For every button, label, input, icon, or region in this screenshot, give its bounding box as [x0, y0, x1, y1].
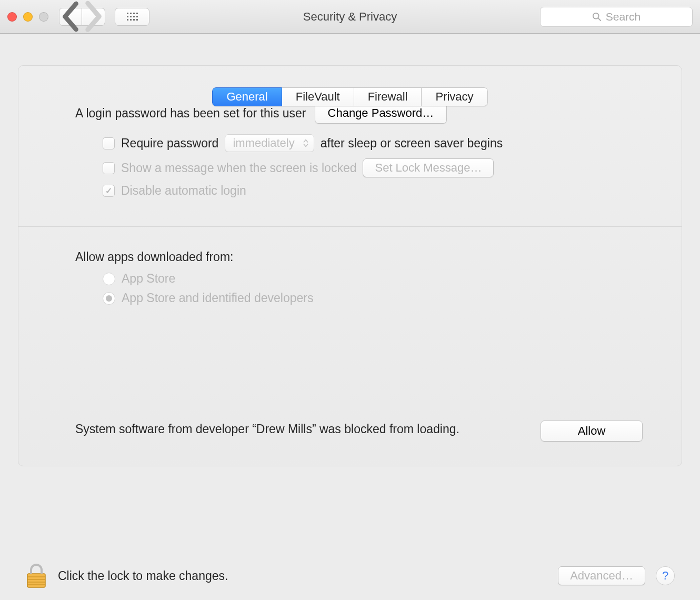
radio-app-store: [103, 273, 115, 285]
forward-button: [82, 8, 105, 26]
svg-rect-8: [127, 19, 128, 21]
general-panel: A login password has been set for this u…: [18, 65, 682, 466]
divider: [18, 226, 682, 227]
zoom-window-button: [39, 12, 48, 22]
nav-buttons: [59, 8, 105, 26]
require-password-label: Require password: [121, 136, 218, 151]
close-window-button[interactable]: [7, 12, 17, 22]
search-placeholder: Search: [606, 11, 641, 23]
chevron-right-icon: [82, 0, 105, 34]
search-field[interactable]: Search: [540, 7, 693, 27]
svg-rect-1: [130, 13, 132, 14]
svg-rect-0: [127, 13, 128, 14]
allow-button[interactable]: Allow: [541, 421, 643, 442]
show-lock-message-label: Show a message when the screen is locked: [121, 161, 356, 175]
radio-app-store-label: App Store: [122, 272, 175, 286]
svg-point-12: [593, 13, 599, 18]
svg-rect-5: [130, 16, 132, 17]
svg-rect-10: [133, 19, 135, 21]
stepper-icon: [303, 139, 308, 147]
show-lock-message-checkbox: [103, 162, 115, 174]
login-password-set-label: A login password has been set for this u…: [75, 106, 306, 121]
svg-line-13: [598, 18, 601, 21]
svg-rect-9: [130, 19, 132, 21]
chevron-left-icon: [59, 0, 82, 33]
titlebar: Security & Privacy Search: [0, 0, 700, 34]
show-all-button[interactable]: [115, 8, 149, 26]
svg-rect-11: [136, 19, 138, 21]
help-button[interactable]: ?: [656, 566, 675, 585]
back-button[interactable]: [59, 8, 82, 26]
set-lock-message-button: Set Lock Message…: [363, 158, 494, 177]
blocked-software-message: System software from developer “Drew Mil…: [75, 421, 519, 437]
after-sleep-label: after sleep or screen saver begins: [321, 136, 503, 151]
disable-auto-login-checkbox: [103, 185, 115, 197]
require-password-delay-select: immediately: [225, 134, 314, 152]
minimize-window-button[interactable]: [23, 12, 33, 22]
advanced-button: Advanced…: [558, 566, 645, 585]
require-password-checkbox[interactable]: [103, 137, 115, 149]
tab-privacy[interactable]: Privacy: [422, 87, 487, 106]
svg-rect-6: [133, 16, 135, 17]
radio-app-store-identified: [103, 292, 115, 305]
disable-auto-login-label: Disable automatic login: [121, 184, 246, 198]
tab-bar: General FileVault Firewall Privacy: [0, 87, 700, 106]
allow-apps-title: Allow apps downloaded from:: [75, 250, 643, 264]
svg-rect-7: [136, 16, 138, 17]
svg-rect-2: [133, 13, 135, 14]
svg-rect-14: [27, 574, 45, 587]
grid-icon: [126, 12, 138, 22]
lock-hint-text: Click the lock to make changes.: [58, 569, 547, 583]
svg-rect-4: [127, 16, 128, 17]
search-icon: [592, 12, 602, 22]
radio-app-store-identified-label: App Store and identified developers: [122, 291, 313, 305]
window-controls: [7, 12, 48, 22]
lock-icon[interactable]: [25, 563, 47, 588]
tab-filevault[interactable]: FileVault: [282, 87, 354, 106]
tab-firewall[interactable]: Firewall: [354, 87, 422, 106]
tab-general[interactable]: General: [212, 87, 282, 106]
footer: Click the lock to make changes. Advanced…: [0, 563, 700, 588]
require-password-delay-value: immediately: [233, 136, 294, 149]
svg-rect-3: [136, 13, 138, 14]
